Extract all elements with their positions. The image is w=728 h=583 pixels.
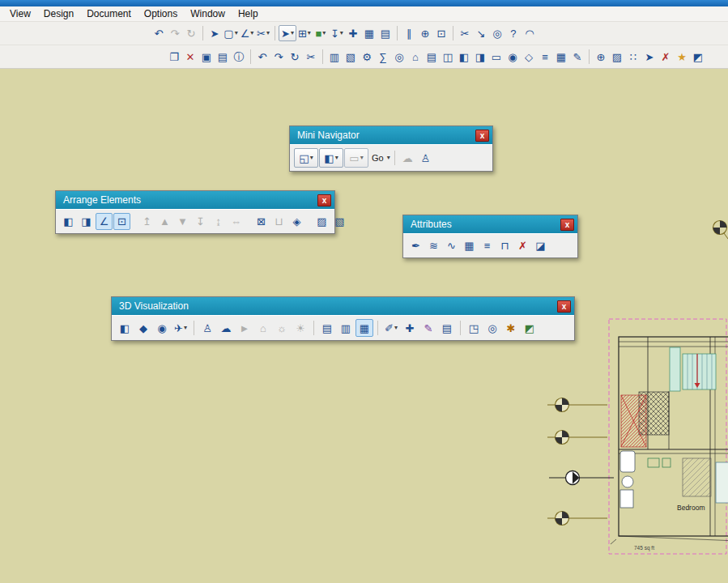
move-up-icon[interactable]: ▲ (156, 213, 173, 230)
dropdown-caret-icon[interactable]: ▾ (310, 155, 313, 161)
visualization-options-icon[interactable]: ◩ (521, 319, 539, 337)
composite-structure-icon[interactable]: ≡ (479, 237, 496, 254)
redo-icon[interactable]: ↷ (167, 25, 183, 41)
menu-window[interactable]: Window (184, 6, 232, 21)
dropdown-caret-icon[interactable]: ▾ (340, 30, 343, 36)
dropdown-caret-icon[interactable]: ▾ (335, 155, 338, 161)
paste-view-icon[interactable]: ▥ (337, 319, 355, 337)
section-marker[interactable] (549, 471, 614, 485)
marquee-tool-icon[interactable]: ▢▾ (223, 25, 239, 41)
palette-titlebar[interactable]: 3D Visualization x (112, 297, 574, 315)
play-walkthrough-icon[interactable]: ► (236, 319, 253, 337)
markup-icon[interactable]: ✗ (658, 49, 674, 65)
magic-wand-icon[interactable]: ✚ (345, 25, 361, 41)
line-type-icon[interactable]: ∿ (443, 237, 460, 254)
layout-book-icon[interactable]: ▦ (553, 49, 569, 65)
zoom-in-icon[interactable]: ⊕ (417, 25, 433, 41)
menu-view[interactable]: View (3, 6, 37, 21)
close-icon[interactable]: x (560, 219, 574, 231)
perspective-camera-icon[interactable]: ◉ (153, 319, 171, 337)
snap-grid-icon[interactable]: ⊞▾ (296, 25, 313, 41)
detail-icon[interactable]: ◉ (504, 49, 521, 65)
element-settings-icon[interactable]: ⚙ (359, 49, 375, 65)
menu-design[interactable]: Design (37, 6, 80, 21)
library-manager-icon[interactable]: ▨ (609, 49, 625, 65)
adjust-icon[interactable]: ↘ (473, 25, 489, 41)
publisher-icon[interactable]: ➤ (641, 49, 658, 65)
print-icon[interactable]: ▤ (215, 49, 231, 65)
elevation-marker-3[interactable] (547, 512, 607, 526)
dropdown-caret-icon[interactable]: ▾ (322, 30, 326, 36)
surface-paint-icon[interactable]: ✎ (419, 319, 437, 337)
redo-icon[interactable]: ↷ (270, 49, 287, 65)
clipboard-3d-icon[interactable]: ▦ (355, 319, 373, 337)
graphic-override-icon[interactable]: ◩ (690, 49, 706, 65)
align-special-icon[interactable]: ⊡ (113, 213, 130, 230)
element-information-icon[interactable]: ▦ (361, 25, 377, 41)
elevation-marker-2[interactable] (547, 431, 607, 445)
distribute-vertical-icon[interactable]: ↨ (210, 213, 227, 230)
snap-guides-icon[interactable]: ✂▾ (255, 25, 271, 41)
close-icon[interactable]: x (475, 130, 489, 142)
group-icon[interactable]: ◈ (288, 213, 305, 230)
menu-options[interactable]: Options (138, 6, 184, 21)
profile-manager-icon[interactable]: ⊓ (496, 237, 513, 254)
unlock-icon[interactable]: ⊔ (270, 213, 287, 230)
dropdown-caret-icon[interactable]: ▾ (266, 30, 270, 36)
talk-bubble-icon[interactable]: ☁ (217, 319, 235, 337)
markup-pen-icon[interactable]: ✗ (514, 237, 531, 254)
palette-titlebar[interactable]: Mini Navigator x (290, 126, 492, 144)
render-settings-icon[interactable]: ✱ (502, 319, 520, 337)
align-left-edges-icon[interactable]: ◧ (60, 213, 77, 230)
close-icon[interactable]: x (317, 194, 331, 206)
building-material-icon[interactable]: ◪ (532, 237, 549, 254)
undo-icon[interactable]: ↶ (254, 49, 270, 65)
rebuild-icon[interactable]: ↻ (287, 49, 303, 65)
distribute-horizontal-icon[interactable]: ⇔ (228, 213, 245, 230)
dropdown-caret-icon[interactable]: ▾ (387, 155, 390, 161)
dropdown-caret-icon[interactable]: ▾ (394, 325, 398, 331)
hotspot-icon[interactable]: ◎ (489, 25, 505, 41)
copy-view-icon[interactable]: ▤ (318, 319, 336, 337)
fill-type-icon[interactable]: ▦ (461, 237, 478, 254)
palette-titlebar[interactable]: Attributes x (403, 215, 577, 233)
snapshot-camera-icon[interactable]: ◎ (483, 319, 501, 337)
align-angle-icon[interactable]: ∠ (96, 213, 113, 230)
menu-help[interactable]: Help (232, 6, 265, 21)
close-icon[interactable]: x (557, 300, 571, 313)
undo-icon[interactable]: ↶ (151, 25, 167, 41)
solid-editing-icon[interactable]: ■▾ (313, 25, 329, 41)
dropdown-caret-icon[interactable]: ▾ (184, 325, 187, 331)
dropdown-caret-icon[interactable]: ▾ (250, 30, 253, 36)
split-icon[interactable]: ✂ (457, 25, 473, 41)
find-select-icon[interactable]: ◎ (391, 49, 407, 65)
cut-icon[interactable]: ✂ (303, 49, 319, 65)
go-button[interactable]: Go▾ (369, 148, 390, 168)
bring-forward-icon[interactable]: ▨ (313, 213, 330, 230)
dropdown-caret-icon[interactable]: ▾ (308, 30, 311, 36)
column-grid-icon[interactable]: ∥ (401, 25, 417, 41)
help-pointer-icon[interactable]: ? (505, 25, 522, 41)
dimension-style-icon[interactable]: ▤ (377, 25, 394, 41)
pin-icon[interactable]: ✚ (401, 319, 419, 337)
guide-lines-icon[interactable]: ∠▾ (239, 25, 255, 41)
layer-settings-icon[interactable]: ≋ (425, 237, 442, 254)
layout-book-button[interactable]: ▭▾ (344, 148, 368, 168)
comment-bubble-icon[interactable]: ☁ (399, 148, 416, 168)
walk-mode-icon[interactable]: ♙ (417, 148, 434, 168)
find-select-icon[interactable]: ➤ (206, 25, 223, 41)
3d-block-icon[interactable]: ◆ (134, 319, 152, 337)
dropdown-caret-icon[interactable]: ▾ (235, 30, 238, 36)
menu-document[interactable]: Document (80, 6, 138, 21)
zoom-icon[interactable]: ⊕ (593, 49, 609, 65)
align-right-edges-icon[interactable]: ◨ (78, 213, 95, 230)
view-map-button[interactable]: ◧▾ (319, 148, 343, 168)
dropdown-caret-icon[interactable]: ▾ (360, 155, 364, 161)
align-top-icon[interactable]: ↥ (138, 213, 155, 230)
paste-icon[interactable]: ▧ (343, 49, 359, 65)
3d-document-icon[interactable]: ◇ (521, 49, 537, 65)
elevation-marker-top[interactable] (713, 221, 728, 243)
align-bottom-icon[interactable]: ↧ (192, 213, 209, 230)
story-settings-icon[interactable]: ▤ (424, 49, 440, 65)
lock-icon[interactable]: ⊠ (253, 213, 270, 230)
